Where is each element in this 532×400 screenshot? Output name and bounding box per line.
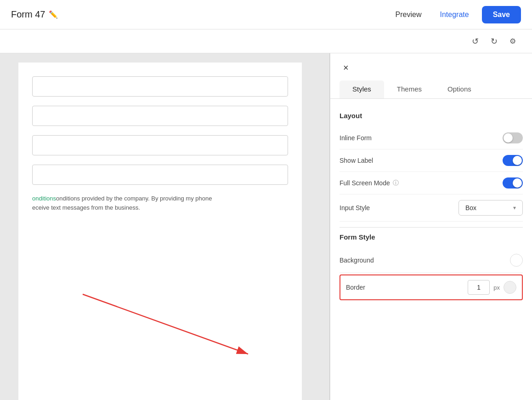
input-style-label: Input Style xyxy=(340,204,370,211)
close-button[interactable]: × xyxy=(340,61,352,75)
section-divider xyxy=(340,227,523,228)
input-style-row: Input Style Box ▾ xyxy=(340,194,523,222)
panel-header: × xyxy=(330,53,532,75)
inline-form-label: Inline Form xyxy=(340,134,372,142)
show-label-label: Show Label xyxy=(340,157,373,164)
background-color-picker[interactable] xyxy=(510,254,523,267)
canvas-inner: onditionsonditions provided by the compa… xyxy=(18,63,302,400)
integrate-button[interactable]: Integrate xyxy=(434,8,474,22)
border-input-group: px xyxy=(468,280,516,295)
show-label-row: Show Label xyxy=(340,149,523,172)
terms-text: onditionsonditions provided by the compa… xyxy=(32,194,288,212)
settings-button[interactable]: ⚙ xyxy=(504,34,521,49)
tab-styles[interactable]: Styles xyxy=(340,80,384,98)
layout-section-label: Layout xyxy=(340,112,523,120)
input-style-select[interactable]: Box ▾ xyxy=(458,200,523,216)
form-input-1[interactable] xyxy=(32,76,288,97)
undo-button[interactable]: ↺ xyxy=(467,33,484,50)
form-field-2 xyxy=(32,106,288,126)
form-field-4 xyxy=(32,165,288,185)
form-field-3 xyxy=(32,135,288,155)
topbar-left: Form 47 ✏️ xyxy=(11,9,58,20)
form-style-section-label: Form Style xyxy=(340,233,523,241)
terms-link[interactable]: onditions xyxy=(32,195,56,202)
main-layout: onditionsonditions provided by the compa… xyxy=(0,53,532,400)
edit-icon[interactable]: ✏️ xyxy=(49,10,58,19)
background-row: Background xyxy=(340,248,523,273)
panel-content: Layout Inline Form Show Label Full Scree… xyxy=(330,99,532,400)
canvas-area: onditionsonditions provided by the compa… xyxy=(0,53,330,400)
input-style-value: Box xyxy=(465,204,476,211)
topbar: Form 47 ✏️ Preview Integrate Save xyxy=(0,0,532,29)
form-input-3[interactable] xyxy=(32,135,288,155)
tab-themes[interactable]: Themes xyxy=(384,80,435,98)
panel-tabs: Styles Themes Options xyxy=(330,75,532,99)
toolbar2: ↺ ↻ ⚙ xyxy=(0,29,532,53)
select-arrow-icon: ▾ xyxy=(513,205,516,211)
form-input-2[interactable] xyxy=(32,106,288,126)
full-screen-mode-row: Full Screen Mode ⓘ xyxy=(340,172,523,194)
full-screen-mode-label: Full Screen Mode ⓘ xyxy=(340,179,399,187)
redo-button[interactable]: ↻ xyxy=(486,33,503,50)
topbar-right: Preview Integrate Save xyxy=(390,6,521,23)
save-button[interactable]: Save xyxy=(482,6,521,23)
border-unit-label: px xyxy=(492,284,502,291)
info-icon: ⓘ xyxy=(393,179,399,187)
form-title: Form 47 xyxy=(11,9,45,20)
border-label: Border xyxy=(346,284,365,291)
inline-form-row: Inline Form xyxy=(340,127,523,149)
form-input-4[interactable] xyxy=(32,165,288,185)
inline-form-toggle[interactable] xyxy=(503,132,523,143)
show-label-toggle[interactable] xyxy=(503,155,523,166)
border-color-picker[interactable] xyxy=(504,281,516,294)
right-panel: × Styles Themes Options Layout Inline Fo… xyxy=(330,53,532,400)
preview-button[interactable]: Preview xyxy=(390,8,427,22)
form-field-1 xyxy=(32,76,288,97)
tab-options[interactable]: Options xyxy=(435,80,484,98)
border-value-input[interactable] xyxy=(468,280,490,295)
border-row: Border px xyxy=(340,274,523,300)
full-screen-mode-toggle[interactable] xyxy=(503,177,523,189)
background-label: Background xyxy=(340,257,374,264)
